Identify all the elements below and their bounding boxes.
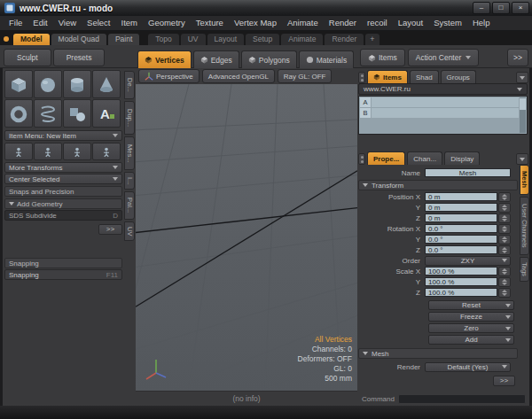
order-dropdown[interactable]: ZXY — [425, 256, 511, 266]
menu-item[interactable]: Item — [116, 16, 143, 30]
torus-primitive-button[interactable] — [4, 99, 33, 128]
snapping-section-header[interactable]: Snapping — [4, 258, 122, 268]
freeze-button[interactable]: Freeze — [428, 312, 514, 322]
sidetab-paint[interactable]: Pal... — [124, 191, 135, 220]
scale-x-field[interactable]: 100.0 % — [425, 267, 497, 275]
row-cell[interactable] — [372, 108, 519, 118]
raygl-toggle[interactable]: Ray GL: OFF — [278, 69, 332, 83]
rotation-y-field[interactable]: 0.0 ° — [425, 235, 497, 244]
tab-layout[interactable]: Layout — [207, 34, 245, 45]
sds-subdivide-button[interactable]: SDS Subdivide D — [4, 210, 122, 221]
helix-primitive-button[interactable] — [34, 99, 62, 128]
tab-vertices[interactable]: Vertices — [137, 50, 192, 68]
list-scrollbar[interactable] — [520, 97, 526, 133]
tab-properties[interactable]: Prope... — [367, 151, 405, 165]
sidetab-deform[interactable]: De... — [124, 71, 135, 99]
row-tag[interactable]: A — [360, 97, 371, 107]
view-type-dropdown[interactable]: Perspective — [138, 69, 200, 83]
close-button[interactable]: × — [512, 2, 529, 14]
menu-geometry[interactable]: Geometry — [143, 16, 191, 30]
menu-edit[interactable]: Edit — [27, 16, 52, 30]
menu-render[interactable]: Render — [324, 16, 362, 30]
scale-z-field[interactable]: 100.0 % — [425, 288, 497, 297]
row-tag[interactable]: B — [360, 108, 371, 118]
sidetab-mesh[interactable]: Mesh — [520, 165, 529, 195]
menu-recoil[interactable]: recoil — [362, 16, 393, 30]
properties-more-button[interactable]: >> — [493, 376, 515, 386]
rotation-x-field[interactable]: 0.0 ° — [425, 224, 497, 233]
scale-y-stepper[interactable] — [498, 277, 511, 287]
position-y-field[interactable]: 0 m — [425, 203, 497, 212]
scale-y-field[interactable]: 100.0 % — [425, 277, 497, 286]
tab-animate[interactable]: Animate — [281, 34, 323, 45]
item-tool-button-3[interactable] — [63, 143, 91, 160]
presets-button[interactable]: Presets — [53, 49, 106, 66]
menu-layout[interactable]: Layout — [393, 16, 429, 30]
scale-z-stepper[interactable] — [498, 288, 511, 298]
sidetab-tags[interactable]: Tags — [520, 257, 529, 282]
reset-button[interactable]: Reset — [428, 300, 514, 310]
panel-grip-icon[interactable] — [358, 153, 365, 165]
zero-button[interactable]: Zero — [428, 323, 514, 333]
scale-x-stepper[interactable] — [498, 267, 511, 276]
tab-setup[interactable]: Setup — [246, 34, 279, 45]
snapping-toggle[interactable]: Snapping F11 — [4, 269, 122, 280]
position-x-field[interactable]: 0 m — [425, 192, 497, 201]
rotation-z-stepper[interactable] — [498, 245, 511, 255]
item-tool-button-1[interactable] — [4, 143, 33, 160]
rotation-x-stepper[interactable] — [498, 224, 511, 234]
menu-select[interactable]: Select — [82, 16, 115, 30]
position-y-stepper[interactable] — [498, 203, 511, 213]
position-x-stepper[interactable] — [498, 192, 511, 202]
tab-model-quad[interactable]: Model Quad — [51, 34, 106, 45]
sidetab-user-channels[interactable]: User Channels — [520, 197, 529, 255]
add-button[interactable]: Add — [428, 335, 514, 345]
center-selected-dropdown[interactable]: Center Selected — [4, 174, 122, 184]
item-tool-button-2[interactable] — [34, 143, 62, 160]
tab-overflow-dropdown[interactable] — [516, 153, 528, 165]
item-menu-dropdown[interactable]: Item Menu: New Item — [4, 130, 122, 141]
tab-topo[interactable]: Topo — [148, 34, 178, 45]
cylinder-primitive-button[interactable] — [63, 70, 91, 98]
text-tool-button[interactable]: A — [92, 99, 121, 128]
tab-items[interactable]: Items — [367, 70, 408, 83]
tab-channels[interactable]: Chan... — [407, 151, 442, 165]
shapes-primitive-button[interactable] — [63, 99, 91, 128]
command-input[interactable] — [398, 394, 526, 404]
position-z-field[interactable]: 0 m — [425, 213, 497, 222]
tab-display[interactable]: Display — [444, 151, 480, 165]
menu-vertex-map[interactable]: Vertex Map — [229, 16, 282, 30]
scrollbar-thumb[interactable] — [520, 98, 526, 110]
sidetab-duplicate[interactable]: Dup... — [124, 101, 135, 135]
tab-render[interactable]: Render — [325, 34, 364, 45]
minimize-button[interactable]: – — [473, 2, 490, 14]
item-list-row[interactable]: A — [360, 97, 519, 107]
item-tool-button-4[interactable] — [92, 143, 121, 160]
scene-dropdown[interactable]: www.CWER.ru — [358, 83, 528, 95]
items-mode-button[interactable]: Items — [360, 49, 405, 66]
menu-view[interactable]: View — [53, 16, 82, 30]
tab-materials[interactable]: Materials — [299, 50, 354, 68]
row-cell[interactable] — [372, 97, 519, 107]
tab-paint[interactable]: Paint — [108, 34, 139, 45]
add-geometry-header[interactable]: Add Geometry — [4, 198, 122, 209]
item-list-row[interactable]: B — [360, 108, 519, 118]
cube-primitive-button[interactable] — [4, 70, 33, 98]
sidetab-items[interactable]: I... — [124, 172, 135, 190]
toolbar-more-button[interactable]: >> — [507, 49, 528, 66]
cone-primitive-button[interactable] — [92, 70, 121, 98]
position-z-stepper[interactable] — [498, 213, 511, 223]
render-dropdown[interactable]: Default (Yes) — [425, 362, 511, 372]
tab-groups[interactable]: Groups — [441, 70, 476, 83]
tab-uv[interactable]: UV — [181, 34, 206, 45]
menu-animate[interactable]: Animate — [282, 16, 324, 30]
tab-shader-tree[interactable]: Shad — [410, 70, 439, 83]
menu-texture[interactable]: Texture — [191, 16, 229, 30]
rotation-y-stepper[interactable] — [498, 235, 511, 244]
sphere-primitive-button[interactable] — [34, 70, 62, 98]
add-tab-button[interactable]: + — [365, 34, 379, 45]
menu-file[interactable]: File — [4, 16, 27, 30]
tab-overflow-dropdown[interactable] — [516, 72, 528, 83]
menu-help[interactable]: Help — [467, 16, 496, 30]
more-transforms-dropdown[interactable]: More Transforms — [4, 162, 122, 173]
